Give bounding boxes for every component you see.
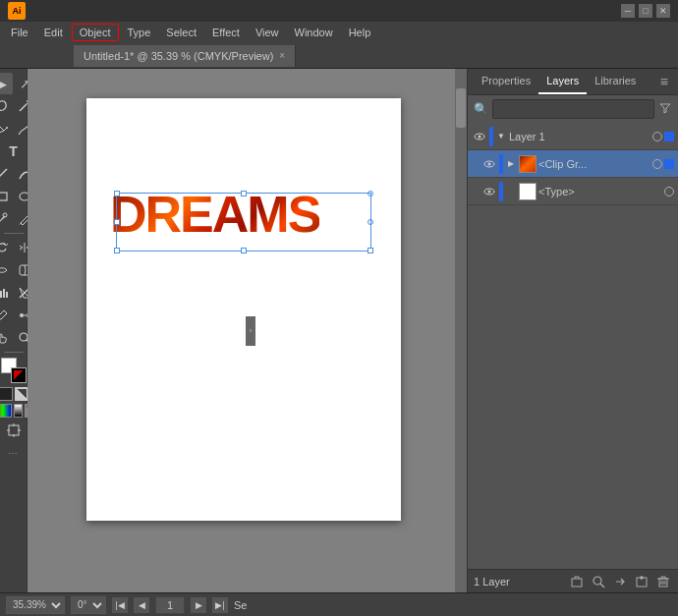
last-artboard-button[interactable]: ▶| [212, 597, 228, 613]
layer-row-clipgroup[interactable]: ▶ <Clip Gr... [468, 150, 678, 178]
ai-logo: Ai [8, 2, 26, 20]
first-artboard-button[interactable]: |◀ [112, 597, 128, 613]
handle-mid-right[interactable] [367, 219, 373, 225]
eyedropper-tool[interactable] [0, 305, 13, 326]
status-text: Se [234, 599, 247, 611]
rotate-tool[interactable] [0, 237, 13, 258]
handle-bottom-right[interactable] [367, 248, 373, 253]
menu-window[interactable]: Window [288, 25, 340, 40]
menu-file[interactable]: File [4, 25, 35, 40]
clipgroup-icons-right [652, 159, 674, 169]
eye-icon-layer1[interactable] [472, 129, 487, 144]
menu-view[interactable]: View [249, 25, 286, 40]
prev-artboard-button[interactable]: ◀ [134, 597, 149, 613]
find-layer-button[interactable] [590, 573, 607, 590]
artboard-tools [3, 420, 25, 441]
svg-rect-6 [0, 193, 7, 200]
search-icon: 🔍 [474, 102, 488, 116]
rotation-select[interactable]: 0° [71, 596, 106, 614]
svg-line-0 [20, 104, 27, 111]
svg-point-32 [593, 577, 601, 585]
panel-tabs: Properties Layers Libraries ≡ [468, 69, 678, 95]
delete-layer-button[interactable] [654, 573, 672, 590]
line-tool[interactable] [0, 163, 13, 185]
select-tool[interactable]: ▶ [0, 73, 13, 94]
panel-menu-button[interactable]: ≡ [656, 70, 672, 93]
canvas-area[interactable]: DREAMS › [28, 69, 467, 592]
lasso-tool[interactable] [0, 95, 13, 117]
svg-point-28 [488, 162, 491, 165]
menu-effect[interactable]: Effect [205, 25, 247, 40]
add-layer-button[interactable] [633, 573, 650, 590]
minimize-button[interactable]: ─ [621, 4, 635, 18]
menu-edit[interactable]: Edit [37, 25, 70, 40]
svg-line-33 [600, 584, 604, 588]
maximize-button[interactable]: □ [639, 4, 652, 18]
menu-type[interactable]: Type [121, 25, 158, 40]
svg-point-18 [20, 333, 28, 341]
title-bar-left: Ai [8, 2, 26, 20]
svg-rect-31 [572, 579, 582, 587]
tab-properties[interactable]: Properties [474, 69, 538, 94]
layers-search-bar: 🔍 [468, 95, 678, 123]
color-bar-clipgroup [499, 154, 503, 174]
doc-tab[interactable]: Untitled-1* @ 35.39 % (CMYK/Preview) × [74, 45, 296, 67]
artboard-tool[interactable] [3, 420, 25, 441]
move-to-layer-button[interactable] [611, 573, 629, 590]
color-swatches[interactable] [1, 358, 27, 383]
handle-top-right[interactable] [367, 191, 373, 196]
zoom-select[interactable]: 35.39% [6, 596, 65, 614]
layer1-selected[interactable] [664, 132, 674, 141]
rect-tool[interactable] [0, 186, 13, 207]
artboard: DREAMS [86, 98, 401, 521]
clipgroup-target[interactable] [652, 159, 662, 169]
default-colors-button[interactable] [15, 387, 28, 401]
status-bar: 35.39% 0° |◀ ◀ ▶ ▶| Se [0, 592, 678, 616]
type-tool[interactable]: T [3, 140, 25, 162]
more-tools[interactable]: ··· [3, 442, 25, 464]
title-bar: Ai ─ □ ✕ [0, 0, 678, 22]
pen-tool[interactable] [0, 118, 13, 140]
window-controls[interactable]: ─ □ ✕ [621, 4, 670, 18]
svg-rect-20 [9, 425, 19, 435]
svg-point-15 [20, 313, 24, 317]
menu-help[interactable]: Help [342, 25, 378, 40]
menu-object[interactable]: Object [72, 24, 119, 41]
panel-collapse-arrow[interactable]: › [246, 316, 255, 346]
gradient-mode-button[interactable] [14, 404, 23, 418]
artboard-number-input[interactable] [155, 596, 185, 614]
expand-arrow-clipgroup[interactable]: ▶ [505, 158, 517, 170]
next-artboard-button[interactable]: ▶ [191, 597, 206, 613]
filter-icon[interactable] [658, 101, 672, 118]
layer-row-layer1[interactable]: ▼ Layer 1 [468, 123, 678, 150]
clipgroup-thumb [519, 155, 537, 173]
handle-bottom-left[interactable] [114, 248, 120, 253]
tab-layers[interactable]: Layers [538, 69, 587, 94]
type-target[interactable] [664, 187, 674, 196]
graph-tool[interactable] [0, 282, 13, 304]
eye-icon-type[interactable] [481, 184, 497, 199]
expand-arrow-type[interactable] [505, 186, 517, 197]
paintbrush-tool[interactable] [0, 208, 13, 230]
tab-close-button[interactable]: × [279, 50, 285, 61]
expand-arrow-layer1[interactable]: ▼ [495, 131, 507, 142]
tab-libraries[interactable]: Libraries [587, 69, 644, 94]
clipgroup-selected[interactable] [664, 159, 674, 169]
layers-search-input[interactable] [492, 99, 654, 119]
vertical-scrollbar[interactable] [455, 69, 467, 592]
scroll-thumb[interactable] [456, 88, 466, 128]
handle-bottom-center[interactable] [241, 248, 247, 253]
eye-icon-clipgroup[interactable] [481, 156, 497, 172]
layers-list: ▼ Layer 1 ▶ <Clip Gr... [468, 123, 678, 569]
close-button[interactable]: ✕ [656, 4, 670, 18]
menu-select[interactable]: Select [159, 25, 203, 40]
color-mode-button[interactable] [0, 404, 12, 418]
width-tool[interactable] [0, 259, 13, 281]
hand-tool[interactable] [0, 327, 13, 349]
layer1-target[interactable] [652, 132, 662, 141]
new-layer-from-selection-button[interactable] [568, 573, 586, 590]
layer-row-type[interactable]: <Type> [468, 178, 678, 205]
layer1-icons-right [652, 132, 674, 141]
stroke-fill-buttons [0, 387, 28, 401]
swap-colors-button[interactable] [0, 387, 13, 401]
